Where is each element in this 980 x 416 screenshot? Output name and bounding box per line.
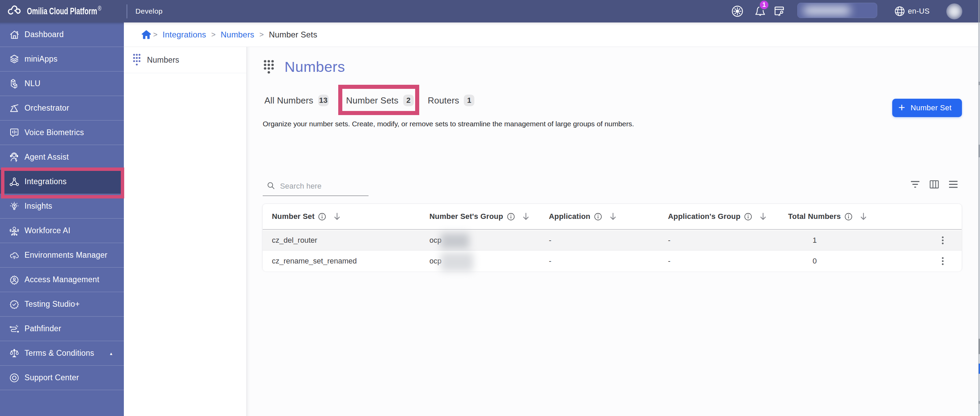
cell-actions <box>905 231 962 250</box>
sidebar-item-dashboard[interactable]: Dashboard <box>0 22 124 47</box>
sidebar-item-nlu[interactable]: NLU <box>0 72 124 96</box>
tenant-selector[interactable] <box>797 3 877 18</box>
column-header-label: Number Set's Group <box>430 212 503 221</box>
sort-arrow-icon[interactable] <box>860 212 867 221</box>
sidebar-item-pathfinder[interactable]: Pathfinder <box>0 317 124 341</box>
cell-text: - <box>668 257 670 266</box>
info-icon[interactable] <box>845 213 853 221</box>
notifications-button[interactable]: 1 <box>754 0 766 22</box>
pathfinder-circuit-icon <box>10 324 19 334</box>
sidebar-item-orchestrator[interactable]: Orchestrator <box>0 96 124 121</box>
edge-segment <box>978 0 980 22</box>
sidebar-item-workforce-ai[interactable]: Workforce AI <box>0 218 124 243</box>
tab-all-numbers-count: 13 <box>318 95 329 106</box>
breadcrumb-link-integrations[interactable]: Integrations <box>163 30 206 40</box>
cell-application: - <box>540 251 659 271</box>
user-avatar[interactable] <box>946 3 962 19</box>
tab-routers[interactable]: Routers 1 <box>428 94 474 107</box>
sidebar-item-label: Insights <box>24 202 52 211</box>
sidebar-item-access-management[interactable]: Access Management <box>0 268 124 292</box>
cloud-lines-icon <box>10 250 19 260</box>
cube-l-icon <box>10 79 19 89</box>
column-header-application[interactable]: Application <box>540 204 659 229</box>
breadcrumb-separator: > <box>211 30 216 39</box>
kebab-dot <box>942 260 943 262</box>
seal-check-icon <box>10 300 19 309</box>
sort-arrow-icon[interactable] <box>522 212 530 221</box>
sidebar-item-label: Access Management <box>24 275 99 284</box>
breadcrumb-home-icon[interactable] <box>141 30 151 39</box>
workforce-robot-icon <box>10 226 19 236</box>
row-actions-kebab-icon[interactable] <box>942 257 943 265</box>
kebab-dot <box>942 237 943 238</box>
sidebar-item-environments-manager[interactable]: Environments Manager <box>0 243 124 268</box>
columns-icon[interactable] <box>930 180 939 189</box>
cell-applications-group: - <box>659 231 779 250</box>
search-field[interactable]: Search here <box>263 177 369 196</box>
row-actions-kebab-icon[interactable] <box>942 237 943 244</box>
search-placeholder: Search here <box>280 182 321 191</box>
sidebar-item-integrations[interactable]: Integrations <box>0 169 124 194</box>
home-icon <box>10 30 19 40</box>
panel-item-numbers[interactable]: Numbers <box>124 47 247 73</box>
info-icon[interactable] <box>594 213 602 221</box>
blurred-text <box>441 233 469 249</box>
sidebar-item-label: Pathfinder <box>24 324 61 333</box>
sidebar-item-label: Environments Manager <box>24 250 108 260</box>
cell-text: ocp <box>430 236 441 245</box>
collapse-caret-icon[interactable]: ▴ <box>110 351 112 356</box>
info-icon[interactable] <box>507 213 515 221</box>
sidebar-item-agent-assist[interactable]: Agent Assist <box>0 145 124 169</box>
tab-all-numbers[interactable]: All Numbers 13 <box>264 94 329 107</box>
table-row[interactable]: cz_rename_set_renamed ocp - - 0 <box>263 251 962 271</box>
cell-applications-group: - <box>659 251 779 271</box>
top-app-bar: Omilia Cloud Platform® Develop <box>0 0 978 22</box>
filter-icon[interactable] <box>911 180 920 189</box>
sidebar-item-testing-studio[interactable]: Testing Studio+ <box>0 292 124 317</box>
info-icon[interactable] <box>744 213 752 221</box>
sidebar-item-label: Workforce AI <box>24 226 70 235</box>
brightness-icon <box>732 5 743 17</box>
column-header-number-set[interactable]: Number Set <box>263 204 420 229</box>
density-list-icon[interactable] <box>949 180 958 189</box>
sidebar-item-label: NLU <box>24 79 40 88</box>
column-header-applications-group[interactable]: Application's Group <box>659 204 779 229</box>
cell-text: cz_rename_set_renamed <box>272 257 356 266</box>
locale-selector[interactable]: en-US <box>894 0 930 22</box>
cell-text: - <box>668 236 670 245</box>
locale-label: en-US <box>908 7 930 16</box>
sidebar-item-label: Support Center <box>24 373 79 382</box>
breadcrumb: > Integrations > Numbers > Number Sets <box>141 22 317 47</box>
sidebar-item-support-center[interactable]: Support Center <box>0 366 124 390</box>
tab-number-sets-count: 2 <box>403 95 414 106</box>
window-edge-strip <box>978 0 980 416</box>
breadcrumb-link-numbers[interactable]: Numbers <box>221 30 255 40</box>
page: Omilia Cloud Platform® Develop <box>0 0 980 416</box>
info-icon[interactable] <box>318 213 326 221</box>
tab-number-sets[interactable]: Number Sets 2 <box>346 94 414 107</box>
tabs: All Numbers 13 Number Sets 2 Routers 1 <box>247 94 978 107</box>
column-header-number-sets-group[interactable]: Number Set's Group <box>420 204 540 229</box>
dialpad-icon-gray <box>264 60 274 74</box>
kebab-dot <box>942 263 943 265</box>
column-header-total-numbers[interactable]: Total Numbers <box>779 204 905 229</box>
add-number-set-button[interactable]: + Number Set <box>892 99 962 117</box>
column-header-label: Application <box>549 212 590 221</box>
sort-arrow-icon[interactable] <box>759 212 767 221</box>
sort-arrow-icon[interactable] <box>609 212 617 221</box>
sidebar-item-terms-conditions[interactable]: Terms & Conditions ▴ <box>0 341 124 366</box>
sidebar-item-insights[interactable]: Insights <box>0 194 124 218</box>
window-key-icon <box>773 5 785 18</box>
sidebar-item-voice-biometrics[interactable]: Voice Biometrics <box>0 121 124 145</box>
sidebar-item-label: Orchestrator <box>24 104 69 113</box>
edge-segment <box>978 82 980 85</box>
table-header-row: Number Set Number Set's Group Applicatio… <box>263 204 962 230</box>
sort-arrow-icon[interactable] <box>334 212 340 221</box>
table-row[interactable]: cz_del_router ocp - - 1 <box>263 231 962 250</box>
secondary-panel: Numbers <box>124 47 247 416</box>
sidebar-item-label: Terms & Conditions <box>24 349 94 358</box>
theme-brightness-button[interactable] <box>732 0 743 22</box>
cell-number-set: cz_del_router <box>263 231 420 250</box>
sidebar-item-miniapps[interactable]: miniApps <box>0 47 124 72</box>
api-keys-button[interactable] <box>773 0 785 22</box>
